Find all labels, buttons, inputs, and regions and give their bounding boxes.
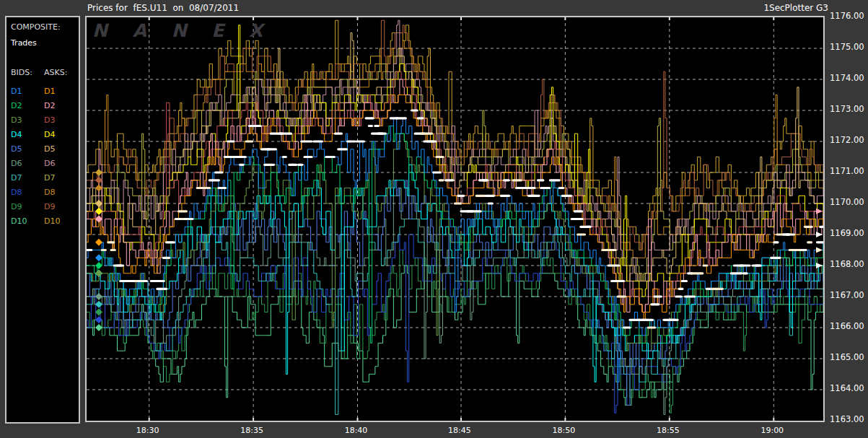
session-start-diamond-marker: [95, 309, 102, 316]
legend-row-D2: D2D2: [6, 99, 79, 113]
session-start-diamond-marker: [95, 216, 102, 223]
legend-row-D4: D4D4: [6, 128, 79, 142]
session-start-diamond-marker: [95, 262, 102, 269]
legend-ask-D9: D9: [44, 202, 55, 211]
legend-ask-D6: D6: [44, 159, 55, 168]
y-axis-label-1171.00: 1171.00: [830, 166, 867, 176]
y-axis-label-1173.00: 1173.00: [830, 104, 867, 114]
legend-ask-D1: D1: [44, 87, 55, 96]
session-start-diamond-marker: [95, 316, 102, 323]
session-start-diamond-marker: [95, 200, 102, 207]
x-axis-label-18-30: 18:30: [132, 426, 164, 435]
legend-bid-D9: D9: [11, 202, 22, 211]
last-trade-arrow-marker: [816, 248, 823, 253]
session-start-diamond-marker: [95, 185, 102, 192]
legend-bid-D7: D7: [11, 173, 22, 183]
y-axis-label-1172.00: 1172.00: [830, 135, 867, 145]
legend-ask-D10: D10: [44, 216, 60, 226]
session-start-diamond-marker: [95, 177, 102, 184]
legend-row-D1: D1D1: [6, 84, 79, 99]
x-axis-label-18-40: 18:40: [341, 426, 372, 435]
session-start-diamond-marker: [95, 301, 102, 308]
session-start-diamond-marker: [95, 324, 102, 331]
legend-bid-D1: D1: [11, 87, 22, 96]
legend-row-D8: D8D8: [6, 185, 79, 200]
legend-bid-D6: D6: [11, 159, 22, 168]
legend-bid-D10: D10: [11, 216, 27, 226]
composite-label: COMPOSITE:: [11, 22, 61, 32]
legend-row-D9: D9D9: [6, 200, 79, 214]
y-axis-label-1174.00: 1174.00: [830, 73, 867, 83]
y-axis-label-1170.00: 1170.00: [830, 197, 867, 207]
x-axis-label-18-45: 18:45: [444, 426, 475, 435]
x-axis-label-18-35: 18:35: [236, 426, 268, 435]
legend-ask-D8: D8: [44, 188, 55, 197]
legend-row-D5: D5D5: [6, 142, 79, 157]
app-window: Prices for fES.U11 on 08/07/2011 1SecPlo…: [0, 0, 868, 438]
session-start-diamond-marker: [95, 239, 102, 246]
legend-bid-D4: D4: [11, 130, 22, 139]
legend-bid-D8: D8: [11, 188, 22, 197]
session-start-diamond-marker: [95, 169, 102, 176]
y-axis-label-1164.00: 1164.00: [830, 383, 867, 393]
legend-bid-D5: D5: [11, 144, 22, 154]
app-name-label: 1SecPlotter G3: [763, 3, 828, 13]
legend-bid-D3: D3: [11, 115, 22, 125]
legend-bid-D2: D2: [11, 101, 22, 110]
session-start-diamond-marker: [95, 293, 102, 300]
legend-depth-rows: D1D1D2D2D3D3D4D4D5D5D6D6D7D7D8D8D9D9D10D…: [6, 84, 79, 229]
y-axis-label-1166.00: 1166.00: [830, 321, 867, 331]
window-title: Prices for fES.U11 on 08/07/2011: [87, 3, 239, 13]
session-start-diamond-marker: [95, 254, 102, 261]
y-axis-label-1168.00: 1168.00: [830, 259, 867, 269]
bids-header: BIDS:: [11, 68, 32, 77]
last-trade-arrow-marker: [816, 209, 823, 214]
composite-value-trades: Trades: [11, 38, 37, 48]
legend-row-D10: D10D10: [6, 214, 79, 229]
legend-row-D7: D7D7: [6, 171, 79, 185]
legend-panel: COMPOSITE: Trades BIDS: ASKS: D1D1D2D2D3…: [5, 16, 80, 424]
legend-ask-D3: D3: [44, 115, 55, 125]
x-axis-label-19-00: 19:00: [756, 426, 788, 435]
legend-ask-D7: D7: [44, 173, 55, 183]
price-chart-plot[interactable]: N A N E X: [85, 16, 825, 422]
nanex-watermark: N A N E X: [92, 20, 272, 41]
y-axis-label-1176.00: 1176.00: [830, 11, 867, 21]
legend-row-D3: D3D3: [6, 113, 79, 128]
y-axis-label-1165.00: 1165.00: [830, 352, 867, 362]
legend-ask-D2: D2: [44, 101, 55, 110]
y-axis-label-1175.00: 1175.00: [830, 42, 867, 52]
x-axis-label-18-50: 18:50: [548, 426, 579, 435]
legend-ask-D4: D4: [44, 130, 55, 139]
session-start-diamond-marker: [95, 270, 102, 277]
asks-header: ASKS:: [44, 68, 67, 77]
y-axis-label-1169.00: 1169.00: [830, 228, 867, 238]
legend-row-D6: D6D6: [6, 157, 79, 171]
session-start-diamond-marker: [95, 208, 102, 215]
legend-ask-D5: D5: [44, 144, 55, 154]
y-axis-label-1167.00: 1167.00: [830, 290, 867, 300]
depth-chart-canvas[interactable]: [87, 17, 823, 421]
x-axis-label-18-55: 18:55: [652, 426, 684, 435]
y-axis-label-1163.00: 1163.00: [830, 414, 867, 424]
title-bar: Prices for fES.U11 on 08/07/2011 1SecPlo…: [0, 0, 868, 16]
